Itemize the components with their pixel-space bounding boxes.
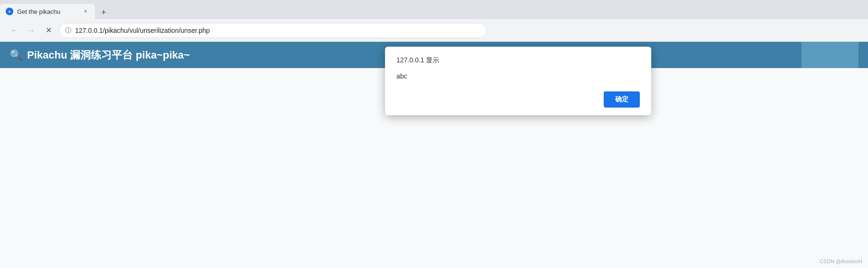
forward-button[interactable]: →	[25, 24, 38, 37]
tab-bar: Get the pikachu × +	[0, 0, 868, 19]
alert-source: 127.0.0.1 显示	[396, 56, 640, 65]
url-info-icon: ⓘ	[65, 26, 71, 35]
address-bar: ← → ✕ ⓘ 127.0.0.1/pikachu/vul/unseriliza…	[0, 19, 868, 42]
url-text: 127.0.0.1/pikachu/vul/unserilization/uns…	[75, 27, 481, 34]
url-bar[interactable]: ⓘ 127.0.0.1/pikachu/vul/unserilization/u…	[59, 23, 487, 38]
watermark: CSDN @AnistonH	[820, 258, 862, 264]
alert-message: abc	[396, 72, 640, 80]
tab-favicon-icon	[6, 8, 13, 15]
page-content: 🔍 Pikachu 漏洞练习平台 pika~pika~ 127.0.0.1 显示…	[0, 42, 868, 268]
alert-footer: 确定	[396, 91, 640, 108]
alert-dialog: 127.0.0.1 显示 abc 确定	[385, 47, 651, 115]
tab-title: Get the pikachu	[17, 8, 78, 15]
active-tab[interactable]: Get the pikachu ×	[0, 4, 95, 19]
tab-close-button[interactable]: ×	[82, 8, 89, 15]
reload-button[interactable]: ✕	[42, 24, 55, 37]
back-button[interactable]: ←	[8, 24, 21, 37]
new-tab-button[interactable]: +	[97, 6, 110, 19]
alert-ok-button[interactable]: 确定	[604, 91, 640, 108]
browser-chrome: Get the pikachu × + ← → ✕ ⓘ 127.0.0.1/pi…	[0, 0, 868, 42]
alert-overlay: 127.0.0.1 显示 abc 确定	[0, 42, 868, 268]
